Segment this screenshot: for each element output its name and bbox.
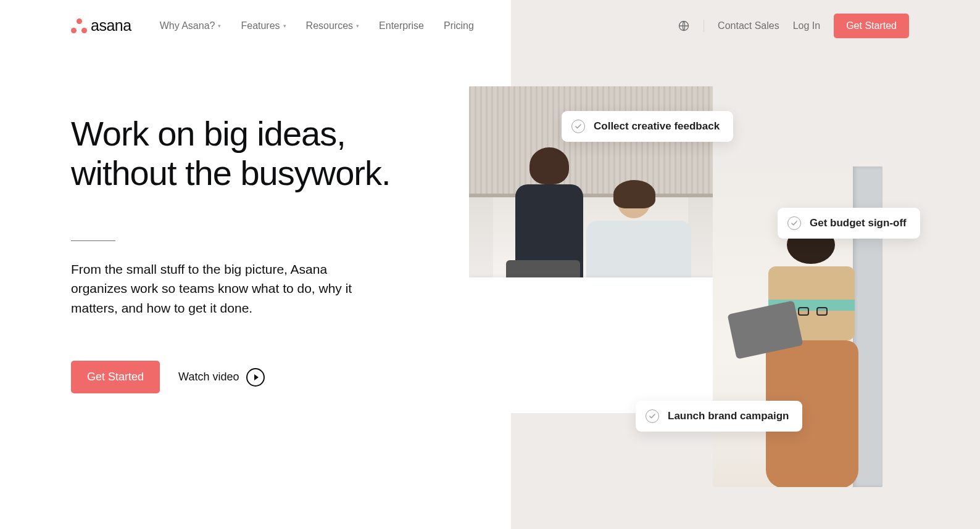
task-pill-label: Get budget sign-off <box>810 217 907 229</box>
divider <box>71 240 115 241</box>
site-header: asana Why Asana? ▾ Features ▾ Resources … <box>0 0 980 40</box>
nav-pricing[interactable]: Pricing <box>444 20 474 31</box>
task-pill-feedback: Collect creative feedback <box>562 111 733 142</box>
nav-label: Features <box>241 20 280 31</box>
contact-sales-link[interactable]: Contact Sales <box>718 20 779 31</box>
chevron-down-icon: ▾ <box>356 23 359 29</box>
get-started-header-button[interactable]: Get Started <box>834 14 909 38</box>
chevron-down-icon: ▾ <box>283 23 286 29</box>
nav-label: Pricing <box>444 20 474 31</box>
get-started-hero-button[interactable]: Get Started <box>71 361 160 393</box>
login-link[interactable]: Log In <box>793 20 820 31</box>
nav-label: Enterprise <box>379 20 424 31</box>
hero-imagery <box>469 86 913 506</box>
nav-why-asana[interactable]: Why Asana? ▾ <box>160 20 222 31</box>
brand-name: asana <box>91 17 131 35</box>
task-pill-label: Collect creative feedback <box>594 120 720 133</box>
task-pill-budget: Get budget sign-off <box>778 208 920 239</box>
hero-title-line2: without the busywork. <box>71 154 390 192</box>
nav-enterprise[interactable]: Enterprise <box>379 20 424 31</box>
nav-label: Resources <box>306 20 353 31</box>
chevron-down-icon: ▾ <box>218 23 221 29</box>
task-pill-launch: Launch brand campaign <box>636 401 802 432</box>
primary-nav: Why Asana? ▾ Features ▾ Resources ▾ Ente… <box>160 20 474 31</box>
watch-video-label: Watch video <box>178 371 239 383</box>
hero-section: Work on big ideas, without the busywork.… <box>0 40 432 393</box>
hero-cta-row: Get Started Watch video <box>71 361 432 393</box>
hero-description: From the small stuff to the big picture,… <box>71 260 380 318</box>
check-circle-icon <box>787 216 801 230</box>
watch-video-link[interactable]: Watch video <box>178 368 265 387</box>
task-pill-label: Launch brand campaign <box>668 410 789 422</box>
nav-resources[interactable]: Resources ▾ <box>306 20 359 31</box>
hero-title: Work on big ideas, without the busywork. <box>71 114 432 194</box>
nav-label: Why Asana? <box>160 20 215 31</box>
check-circle-icon <box>571 120 585 133</box>
asana-dots-icon <box>71 18 87 33</box>
brand-logo[interactable]: asana <box>71 17 131 35</box>
check-circle-icon <box>646 409 659 423</box>
hero-title-line1: Work on big ideas, <box>71 114 346 153</box>
header-right: Contact Sales Log In Get Started <box>678 14 909 38</box>
nav-features[interactable]: Features ▾ <box>241 20 286 31</box>
play-icon <box>246 368 265 387</box>
globe-icon <box>678 20 690 32</box>
language-selector[interactable] <box>678 20 704 32</box>
